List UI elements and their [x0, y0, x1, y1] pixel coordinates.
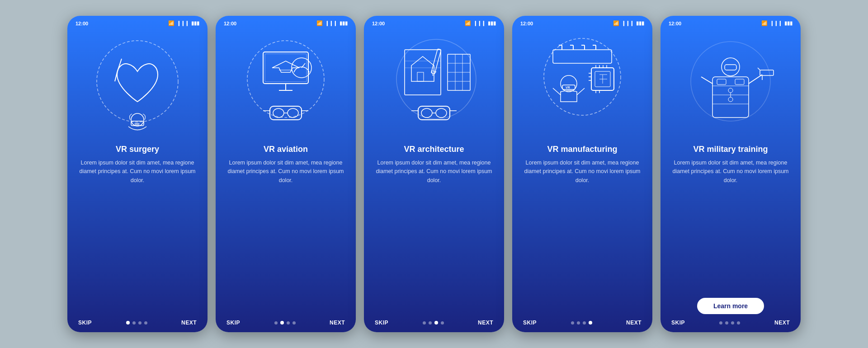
wifi-icon-4: 📶 [613, 20, 619, 26]
screen-5-title: VR military training [693, 145, 768, 154]
screen-vr-aviation: 12:00 📶 ❙❙❙ ▮▮▮ [216, 16, 356, 332]
svg-rect-73 [735, 79, 744, 85]
screen-4-body: Lorem ipsum dolor sit dim amet, mea regi… [522, 159, 642, 316]
bottom-nav-4: SKIP NEXT [512, 316, 652, 327]
svg-point-67 [691, 42, 770, 121]
dot-4-1 [571, 321, 574, 324]
status-icons-5: 📶 ❙❙❙ ▮▮▮ [761, 20, 793, 26]
status-bar-1: 12:00 📶 ❙❙❙ ▮▮▮ [67, 16, 208, 28]
screen-1-title: VR surgery [116, 145, 159, 154]
next-btn-1[interactable]: NEXT [181, 320, 197, 326]
time-1: 12:00 [75, 21, 88, 26]
screen-2-body: Lorem ipsum dolor sit dim amet, mea regi… [226, 159, 346, 316]
dots-2 [274, 321, 296, 324]
dot-5-1 [719, 321, 722, 324]
next-btn-3[interactable]: NEXT [478, 320, 493, 326]
dot-3-2 [429, 321, 432, 324]
dot-2-4 [292, 321, 296, 324]
signal-icon-4: ❙❙❙ [622, 20, 634, 26]
screen-3-body: Lorem ipsum dolor sit dim amet, mea regi… [374, 159, 494, 316]
dot-3-4 [441, 321, 444, 324]
dot-4-2 [577, 321, 580, 324]
screen-5-body: Lorem ipsum dolor sit dim amet, mea regi… [670, 159, 791, 292]
signal-icon-1: ❙❙❙ [177, 20, 189, 26]
learn-more-button[interactable]: Learn more [697, 298, 764, 314]
svg-point-82 [728, 97, 733, 102]
status-bar-4: 12:00 📶 ❙❙❙ ▮▮▮ [512, 16, 652, 28]
status-bar-2: 12:00 📶 ❙❙❙ ▮▮▮ [216, 16, 356, 28]
time-2: 12:00 [224, 21, 236, 26]
dot-4-3 [583, 321, 586, 324]
svg-point-0 [97, 41, 178, 122]
wifi-icon-5: 📶 [761, 20, 768, 26]
dot-2-1 [274, 321, 278, 324]
illustration-architecture [380, 32, 488, 140]
dot-1-1 [126, 321, 130, 324]
dots-1 [126, 321, 147, 324]
bottom-nav-3: SKIP NEXT [364, 316, 504, 327]
dot-1-3 [138, 321, 142, 324]
next-btn-4[interactable]: NEXT [626, 320, 642, 326]
svg-line-80 [701, 77, 712, 84]
dot-4-4 [589, 321, 592, 324]
dot-5-4 [737, 321, 740, 324]
svg-line-79 [758, 68, 760, 70]
battery-icon-3: ▮▮▮ [488, 20, 496, 26]
status-icons-2: 📶 ❙❙❙ ▮▮▮ [316, 20, 348, 26]
svg-rect-25 [431, 49, 441, 74]
status-bar-3: 12:00 📶 ❙❙❙ ▮▮▮ [364, 16, 504, 28]
screen-vr-surgery: 12:00 📶 ❙❙❙ ▮▮▮ 360 [67, 16, 208, 332]
skip-btn-5[interactable]: SKIP [671, 320, 685, 326]
svg-point-15 [273, 108, 284, 118]
status-icons-1: 📶 ❙❙❙ ▮▮▮ [168, 20, 199, 26]
svg-point-34 [436, 108, 447, 118]
screen-vr-architecture: 12:00 📶 ❙❙❙ ▮▮▮ [364, 16, 504, 332]
svg-text:360: 360 [134, 122, 140, 126]
skip-btn-4[interactable]: SKIP [523, 320, 537, 326]
svg-line-66 [577, 88, 585, 95]
signal-icon-5: ❙❙❙ [770, 20, 782, 26]
dots-3 [423, 321, 444, 324]
dot-1-4 [144, 321, 147, 324]
illustration-military [676, 32, 785, 140]
next-btn-5[interactable]: NEXT [774, 320, 790, 326]
time-5: 12:00 [669, 21, 681, 26]
wifi-icon-2: 📶 [316, 20, 323, 26]
battery-icon-4: ▮▮▮ [636, 20, 644, 26]
status-icons-3: 📶 ❙❙❙ ▮▮▮ [465, 20, 496, 26]
battery-icon-5: ▮▮▮ [784, 20, 793, 26]
skip-btn-3[interactable]: SKIP [375, 320, 388, 326]
svg-point-81 [728, 88, 733, 93]
wifi-icon-1: 📶 [168, 20, 175, 26]
svg-line-76 [749, 75, 762, 84]
svg-rect-39 [553, 50, 612, 63]
screen-1-body: Lorem ipsum dolor sit dim amet, mea regi… [77, 159, 198, 316]
dot-5-3 [731, 321, 734, 324]
svg-point-74 [722, 58, 740, 76]
illustration-surgery: 360 [83, 32, 192, 140]
svg-line-2 [115, 72, 117, 81]
screens-container: 12:00 📶 ❙❙❙ ▮▮▮ 360 [67, 16, 801, 332]
bottom-nav-1: SKIP NEXT [67, 316, 208, 327]
dot-3-1 [423, 321, 426, 324]
screen-4-title: VR manufacturing [547, 145, 617, 154]
svg-point-33 [421, 108, 432, 118]
status-bar-5: 12:00 📶 ❙❙❙ ▮▮▮ [660, 16, 801, 28]
signal-icon-3: ❙❙❙ [473, 20, 486, 26]
svg-rect-75 [725, 65, 736, 70]
bottom-nav-5: SKIP NEXT [660, 316, 801, 327]
battery-icon-2: ▮▮▮ [340, 20, 348, 26]
skip-btn-1[interactable]: SKIP [78, 320, 92, 326]
dot-3-3 [434, 321, 438, 324]
dots-5 [719, 321, 740, 324]
skip-btn-2[interactable]: SKIP [226, 320, 240, 326]
dot-1-2 [132, 321, 136, 324]
time-3: 12:00 [372, 21, 385, 26]
wifi-icon-3: 📶 [465, 20, 471, 26]
dot-2-2 [280, 321, 284, 324]
next-btn-2[interactable]: NEXT [330, 320, 345, 326]
svg-text:VR: VR [566, 86, 570, 89]
screen-vr-manufacturing: 12:00 📶 ❙❙❙ ▮▮▮ [512, 16, 652, 332]
screen-vr-military: 12:00 📶 ❙❙❙ ▮▮▮ [660, 16, 801, 332]
screen-2-title: VR aviation [264, 145, 308, 154]
